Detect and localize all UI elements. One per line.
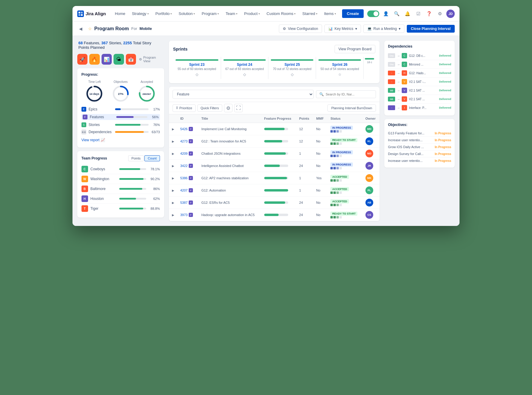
- row-expand[interactable]: ▶: [169, 184, 177, 197]
- table-row: ▶ 3422 F Intelligence Assisted Chatbot 2…: [169, 160, 380, 172]
- col-expand: [169, 114, 177, 123]
- row-title: Hadoop: upgrade automation in AC5: [198, 209, 261, 221]
- settings-icon-button[interactable]: ⚙: [224, 104, 232, 112]
- run-meeting-button[interactable]: 💻 Run a Meeting ▾: [363, 25, 404, 33]
- quick-filters-button[interactable]: Quick Filters: [197, 104, 222, 112]
- row-expand[interactable]: ▶: [169, 160, 177, 172]
- dependency-item[interactable]: → → V V2.1 SAT -... Delivered: [388, 78, 451, 86]
- features-progress-label: Features: [90, 115, 114, 119]
- row-expand[interactable]: ▶: [169, 172, 177, 184]
- row-id[interactable]: 4207 F: [177, 184, 198, 197]
- search-input[interactable]: [326, 92, 373, 96]
- row-expand[interactable]: ▶: [169, 148, 177, 160]
- row-expand[interactable]: ▶: [169, 209, 177, 221]
- features-progress-row: F Features 56%: [81, 114, 160, 120]
- team-progress-card: Team Progress Points Count C Cowboys 78.…: [77, 151, 164, 218]
- row-id[interactable]: 4273 F: [177, 135, 198, 148]
- program-icon-5[interactable]: 📅: [126, 54, 136, 65]
- row-id[interactable]: 3973 F: [177, 209, 198, 221]
- user-icon[interactable]: 👤: [382, 10, 390, 18]
- row-points: 24: [296, 197, 313, 209]
- program-icon-2[interactable]: 🔥: [89, 54, 100, 65]
- settings-icon[interactable]: ⚙: [436, 10, 444, 18]
- dependency-item[interactable]: Cha → C Mirrored ... Delivered: [388, 60, 451, 69]
- sidebar-toggle[interactable]: ◀: [77, 25, 84, 32]
- row-title: Implement Live Call Monitoring: [198, 123, 261, 135]
- tiger-icon: T: [81, 205, 88, 212]
- program-icon-4[interactable]: 🌤: [114, 54, 124, 65]
- nav-solution[interactable]: Solution▾: [176, 10, 198, 18]
- prioritize-button[interactable]: ⠿ Prioritize: [173, 104, 196, 112]
- program-view-link[interactable]: ⚙Program View: [139, 54, 163, 65]
- view-configuration-button[interactable]: ⚙ View Configuration: [279, 25, 322, 33]
- row-mmf: No: [313, 135, 328, 148]
- nav-strategy[interactable]: Strategy▾: [129, 10, 152, 18]
- help-icon[interactable]: ❓: [425, 10, 433, 18]
- row-id[interactable]: 3422 F: [177, 160, 198, 172]
- objective-item[interactable]: G13 Family Feature for... In Progress: [388, 130, 451, 137]
- top-navigation: Jira Align Home Strategy▾ Portfolio▾ Sol…: [72, 6, 460, 22]
- expand-icon-button[interactable]: ⛶: [234, 104, 243, 112]
- nav-starred[interactable]: Starred▾: [299, 10, 321, 18]
- create-button[interactable]: Create: [342, 9, 364, 18]
- search-icon: 🔍: [319, 92, 324, 96]
- nav-program[interactable]: Program▾: [199, 10, 222, 18]
- tasks-icon[interactable]: ☑: [414, 10, 422, 18]
- close-planning-interval-button[interactable]: Close Planning Interval: [407, 25, 455, 33]
- objective-item[interactable]: Increase user retentio... In Progress: [388, 157, 451, 164]
- favorite-icon[interactable]: ☆: [88, 26, 92, 31]
- burndown-button[interactable]: Planning Interval BurnDown: [327, 104, 376, 112]
- app-logo[interactable]: Jira Align: [77, 10, 106, 17]
- baltimore-bar-fill: [119, 188, 142, 190]
- program-icon-1[interactable]: 🚀: [77, 54, 88, 65]
- logo-icon: [77, 10, 84, 17]
- row-expand[interactable]: ▶: [169, 123, 177, 135]
- program-icon-3[interactable]: 📊: [102, 54, 112, 65]
- row-expand[interactable]: ▶: [169, 135, 177, 148]
- row-id[interactable]: 5387 F: [177, 197, 198, 209]
- dependency-item[interactable]: → → I Interface: P... Delivered: [388, 104, 451, 112]
- sprint-26-name[interactable]: Sprint 26: [318, 63, 361, 67]
- dependencies-list: Cha → C G12: DB c... Delivered Cha → C M…: [388, 51, 451, 112]
- objective-item[interactable]: Design Survey for Call... In Progress: [388, 151, 451, 157]
- summary-bar: 68 Features, 367 Stories, 2255 Total Sto…: [77, 41, 164, 50]
- objective-item[interactable]: Increase user retentio... In Progress: [388, 137, 451, 144]
- row-id[interactable]: 5426 F: [177, 123, 198, 135]
- toggle-switch[interactable]: [367, 10, 379, 17]
- row-status: IN PROGRESS: [327, 160, 362, 172]
- table-row: ▶ 5386 F G12: AP2 machines stabilization…: [169, 172, 380, 184]
- tab-points[interactable]: Points: [128, 155, 144, 161]
- row-owner: JR: [362, 160, 380, 172]
- view-report-link[interactable]: View report 📈: [81, 137, 160, 143]
- search-icon[interactable]: 🔍: [392, 10, 401, 18]
- page-title: Program Room: [94, 26, 129, 31]
- objective-item[interactable]: Grow iOS Daily Active ... In Progress: [388, 144, 451, 151]
- tiger-name: Tiger: [90, 206, 117, 211]
- view-program-board-button[interactable]: View Program Board: [335, 45, 376, 53]
- dependency-item[interactable]: GD → V V2.1 SAT ... Delivered: [388, 95, 451, 104]
- row-id[interactable]: 5386 F: [177, 172, 198, 184]
- dependencies-progress-row: ⟷ Dependencies 63/73: [81, 130, 160, 134]
- dependency-item[interactable]: Cha → C G12: DB c... Delivered: [388, 51, 451, 60]
- nav-home[interactable]: Home: [112, 10, 129, 18]
- sprint-23-name[interactable]: Sprint 23: [176, 63, 218, 67]
- nav-portfolio[interactable]: Portfolio▾: [152, 10, 175, 18]
- row-id[interactable]: 4209 F: [177, 148, 198, 160]
- nav-custom-rooms[interactable]: Custom Rooms▾: [264, 10, 299, 18]
- sprint-23-bar: [176, 59, 218, 61]
- sprint-25-name[interactable]: Sprint 25: [271, 63, 313, 67]
- dependency-item[interactable]: → → H G12: Hado... Delivered: [388, 69, 451, 78]
- key-metrics-button[interactable]: 📊 Key Metrics ▾: [324, 25, 361, 33]
- row-expand[interactable]: ▶: [169, 197, 177, 209]
- sprint-24-name[interactable]: Sprint 24: [223, 63, 266, 67]
- cowboys-pct: 78.1%: [149, 167, 160, 171]
- tab-count[interactable]: Count: [144, 155, 160, 161]
- dependency-item[interactable]: GD → V V2.1 SAT ... Delivered: [388, 86, 451, 95]
- nav-product[interactable]: Product▾: [241, 10, 263, 18]
- feature-filter-select[interactable]: Feature: [173, 90, 314, 99]
- features-label: Features,: [84, 41, 102, 45]
- nav-items[interactable]: Items▾: [321, 10, 339, 18]
- avatar[interactable]: JD: [446, 10, 455, 18]
- nav-team[interactable]: Team▾: [223, 10, 241, 18]
- notification-icon[interactable]: 🔔: [403, 10, 412, 18]
